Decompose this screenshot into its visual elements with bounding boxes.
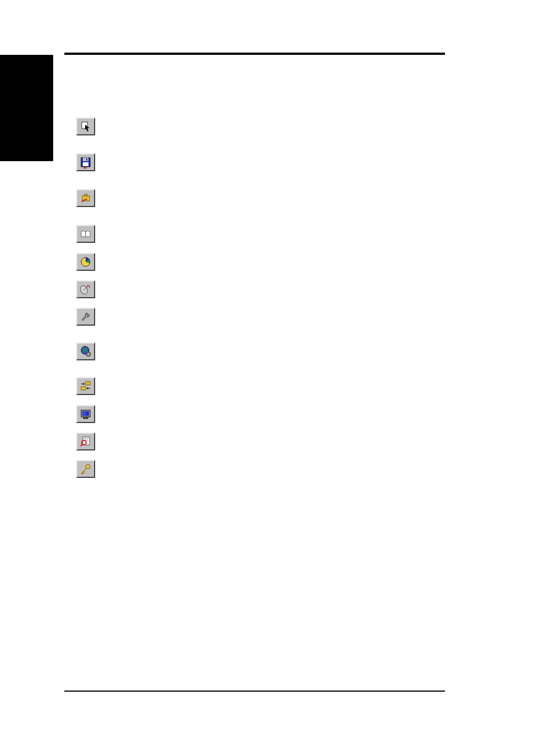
open-book-icon[interactable] bbox=[76, 225, 95, 243]
svg-rect-4 bbox=[83, 162, 88, 166]
footer-rule bbox=[64, 691, 445, 692]
svg-rect-3 bbox=[86, 158, 87, 161]
cursor-document-icon[interactable] bbox=[76, 118, 95, 135]
search-page-icon[interactable] bbox=[76, 433, 95, 450]
svg-rect-6 bbox=[85, 194, 87, 196]
globe-settings-icon[interactable] bbox=[76, 342, 95, 360]
svg-rect-19 bbox=[83, 417, 88, 419]
save-disk-icon[interactable] bbox=[76, 153, 95, 171]
svg-point-26 bbox=[87, 466, 89, 468]
svg-rect-14 bbox=[86, 382, 90, 385]
svg-rect-2 bbox=[83, 158, 88, 161]
monitor-icon[interactable] bbox=[76, 405, 95, 423]
side-tab bbox=[0, 55, 53, 161]
header-rule bbox=[64, 53, 445, 55]
svg-rect-18 bbox=[83, 412, 86, 415]
svg-point-10 bbox=[87, 285, 89, 287]
folder-sync-icon[interactable] bbox=[76, 377, 95, 395]
pie-chart-icon[interactable] bbox=[76, 253, 95, 271]
wrench-icon[interactable] bbox=[76, 308, 95, 326]
briefcase-export-icon[interactable] bbox=[76, 189, 95, 207]
key-icon[interactable] bbox=[76, 460, 95, 478]
svg-line-24 bbox=[81, 444, 82, 446]
svg-rect-15 bbox=[81, 387, 86, 390]
svg-point-13 bbox=[88, 354, 90, 355]
satellite-dish-icon[interactable] bbox=[76, 280, 95, 298]
document-page bbox=[0, 0, 534, 756]
